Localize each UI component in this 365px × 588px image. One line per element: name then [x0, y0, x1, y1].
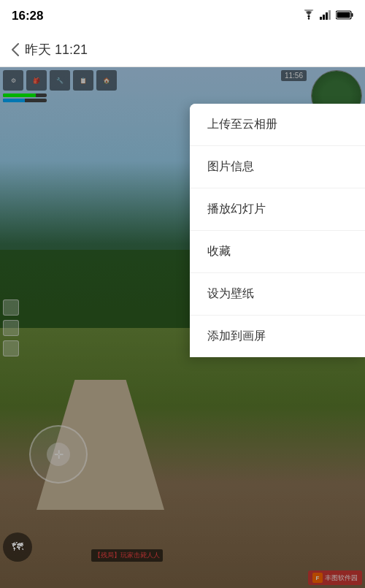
- svg-rect-3: [326, 12, 328, 20]
- nav-title: 昨天 11:21: [25, 41, 88, 58]
- signal-icon: [320, 9, 331, 23]
- back-button[interactable]: 昨天 11:21: [12, 38, 93, 61]
- nav-bar: 昨天 11:21: [0, 32, 365, 67]
- menu-item-info[interactable]: 图片信息: [190, 146, 365, 188]
- menu-item-favorite-label: 收藏: [207, 244, 231, 259]
- menu-item-slideshow-label: 播放幻灯片: [207, 202, 266, 217]
- status-bar: 16:28: [0, 0, 365, 32]
- svg-rect-4: [328, 10, 331, 20]
- svg-rect-2: [323, 15, 325, 20]
- context-menu-overlay[interactable]: 上传至云相册 图片信息 播放幻灯片 收藏 设为壁纸 添加到画屏: [0, 67, 365, 588]
- svg-point-0: [308, 18, 310, 19]
- main-content: ⚙ 🎒 🔧 📋 🏠 136 11:56: [0, 67, 365, 588]
- menu-item-info-label: 图片信息: [207, 159, 254, 175]
- menu-item-add-screen[interactable]: 添加到画屏: [190, 316, 365, 357]
- menu-item-upload[interactable]: 上传至云相册: [190, 104, 365, 146]
- battery-icon: [336, 9, 353, 23]
- svg-rect-6: [352, 13, 353, 17]
- svg-rect-7: [337, 12, 350, 18]
- back-chevron-icon: [12, 43, 19, 56]
- wifi-icon: [302, 9, 315, 23]
- menu-item-add-screen-label: 添加到画屏: [207, 329, 266, 344]
- status-icons: [302, 9, 353, 23]
- menu-item-wallpaper-label: 设为壁纸: [207, 286, 254, 302]
- context-menu: 上传至云相册 图片信息 播放幻灯片 收藏 设为壁纸 添加到画屏: [190, 104, 365, 357]
- svg-rect-1: [320, 17, 322, 20]
- menu-item-upload-label: 上传至云相册: [207, 117, 277, 132]
- menu-item-favorite[interactable]: 收藏: [190, 231, 365, 273]
- status-time: 16:28: [12, 9, 43, 23]
- menu-item-slideshow[interactable]: 播放幻灯片: [190, 188, 365, 231]
- menu-item-wallpaper[interactable]: 设为壁纸: [190, 273, 365, 316]
